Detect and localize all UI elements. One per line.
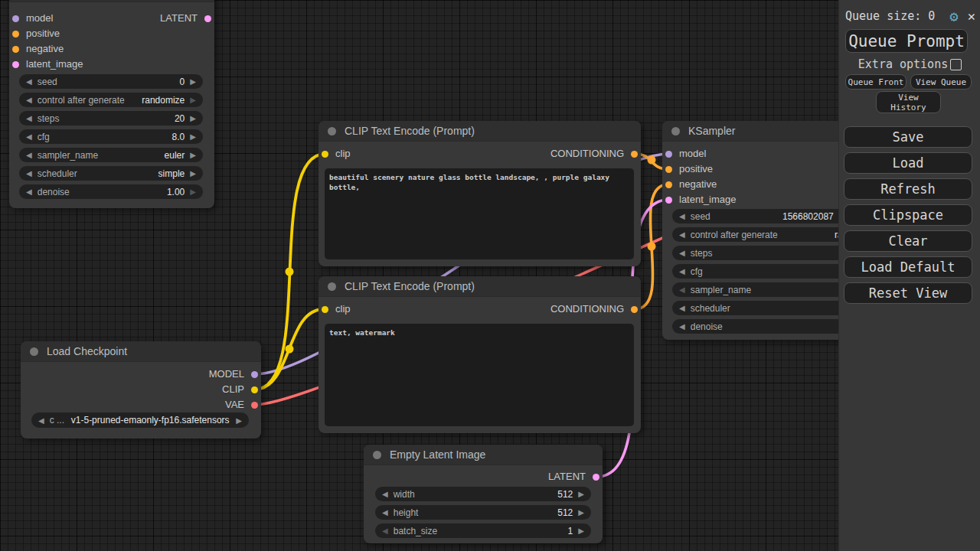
conditioning-slot-icon[interactable]	[12, 31, 19, 37]
node-clip-text-encode-positive[interactable]: CLIP Text Encode (Prompt) clip CONDITION…	[318, 121, 641, 266]
load-default-button[interactable]: Load Default	[844, 256, 972, 278]
increment-arrow-icon[interactable]: ▶	[578, 505, 584, 520]
increment-arrow-icon[interactable]: ▶	[190, 129, 196, 144]
decrement-arrow-icon[interactable]: ◀	[679, 209, 685, 223]
latent-slot-icon[interactable]	[204, 15, 211, 22]
clip-slot-icon[interactable]	[322, 306, 328, 313]
widget-denoise[interactable]: ◀denoise1.00▶	[19, 184, 203, 199]
node-title-bar[interactable]: CLIP Text Encode (Prompt)	[318, 121, 641, 142]
widget-height[interactable]: ◀height512▶	[375, 505, 591, 520]
node-title-bar[interactable]: Load Checkpoint	[21, 341, 261, 362]
queue-prompt-button[interactable]: Queue Prompt	[845, 29, 968, 53]
decrement-arrow-icon[interactable]: ◀	[26, 111, 32, 126]
node-load-checkpoint[interactable]: Load Checkpoint MODEL CLIP VAE ◀c ...v1-…	[21, 341, 261, 439]
decrement-arrow-icon[interactable]: ◀	[26, 74, 32, 89]
model-slot-icon[interactable]	[665, 151, 672, 158]
output-slot-vae[interactable]: VAE	[225, 397, 258, 412]
clip-slot-icon[interactable]	[322, 151, 328, 158]
negative-prompt-textarea[interactable]: text, watermark	[325, 324, 634, 426]
positive-prompt-textarea[interactable]: beautiful scenery nature glass bottle la…	[325, 168, 634, 259]
close-icon[interactable]: ✕	[968, 8, 975, 24]
settings-gear-icon[interactable]: ⚙	[949, 8, 958, 24]
collapse-dot-icon[interactable]	[671, 127, 680, 135]
decrement-arrow-icon[interactable]: ◀	[679, 282, 685, 297]
node-title-bar[interactable]: CLIP Text Encode (Prompt)	[318, 276, 641, 297]
widget-control-after-generate[interactable]: ◀control after generaterandomize▶	[19, 93, 203, 107]
increment-arrow-icon[interactable]: ▶	[578, 523, 584, 538]
increment-arrow-icon[interactable]: ▶	[190, 111, 196, 126]
widget-width[interactable]: ◀width512▶	[375, 487, 591, 501]
increment-arrow-icon[interactable]: ▶	[190, 93, 196, 107]
decrement-arrow-icon[interactable]: ◀	[38, 413, 44, 428]
widget-sampler-name[interactable]: ◀sampler_nameeuler▶	[19, 148, 203, 162]
increment-arrow-icon[interactable]: ▶	[190, 148, 196, 162]
latent-slot-icon[interactable]	[12, 61, 19, 68]
decrement-arrow-icon[interactable]: ◀	[679, 246, 685, 260]
increment-arrow-icon[interactable]: ▶	[190, 74, 196, 89]
decrement-arrow-icon[interactable]: ◀	[679, 301, 685, 315]
conditioning-slot-icon[interactable]	[12, 46, 19, 53]
widget-batch-size[interactable]: ◀batch_size1▶	[375, 523, 591, 538]
decrement-arrow-icon[interactable]: ◀	[26, 129, 32, 144]
clipspace-button[interactable]: Clipspace	[844, 204, 972, 226]
input-slot-model[interactable]: model	[12, 11, 53, 26]
save-button[interactable]: Save	[844, 126, 972, 148]
view-queue-button[interactable]: View Queue	[910, 74, 972, 90]
widget-ckpt-name[interactable]: ◀c ...v1-5-pruned-emaonly-fp16.safetenso…	[31, 412, 249, 428]
conditioning-slot-icon[interactable]	[665, 181, 672, 188]
output-slot-model[interactable]: MODEL	[209, 367, 258, 382]
node-empty-latent-image[interactable]: Empty Latent Image LATENT ◀width512▶ ◀he…	[364, 445, 603, 543]
input-slot-latent-image[interactable]: latent_image	[665, 192, 736, 207]
model-slot-icon[interactable]	[12, 15, 19, 22]
node-title-bar[interactable]: Empty Latent Image	[364, 445, 603, 465]
refresh-button[interactable]: Refresh	[844, 178, 972, 200]
decrement-arrow-icon[interactable]: ◀	[679, 319, 685, 334]
conditioning-slot-icon[interactable]	[631, 306, 638, 313]
increment-arrow-icon[interactable]: ▶	[190, 184, 196, 199]
decrement-arrow-icon[interactable]: ◀	[679, 264, 685, 279]
vae-slot-icon[interactable]	[251, 402, 258, 409]
output-slot-conditioning[interactable]: CONDITIONING	[550, 302, 638, 317]
collapse-dot-icon[interactable]	[30, 347, 38, 356]
collapse-dot-icon[interactable]	[328, 282, 336, 291]
increment-arrow-icon[interactable]: ▶	[190, 166, 196, 181]
node-title-bar[interactable]: KSampler	[9, 0, 214, 2]
input-slot-clip[interactable]: clip	[322, 146, 351, 161]
output-slot-latent[interactable]: LATENT	[160, 11, 211, 26]
decrement-arrow-icon[interactable]: ◀	[382, 505, 388, 520]
conditioning-slot-icon[interactable]	[631, 151, 638, 158]
decrement-arrow-icon[interactable]: ◀	[382, 523, 388, 538]
collapse-dot-icon[interactable]	[373, 451, 381, 459]
reset-view-button[interactable]: Reset View	[844, 282, 972, 304]
model-slot-icon[interactable]	[251, 371, 258, 378]
input-slot-clip[interactable]: clip	[322, 302, 351, 317]
increment-arrow-icon[interactable]: ▶	[578, 487, 584, 501]
input-slot-latent-image[interactable]: latent_image	[12, 57, 83, 72]
collapse-dot-icon[interactable]	[328, 127, 336, 135]
decrement-arrow-icon[interactable]: ◀	[26, 184, 32, 199]
input-slot-positive[interactable]: positive	[12, 26, 60, 41]
clear-button[interactable]: Clear	[844, 230, 972, 252]
decrement-arrow-icon[interactable]: ◀	[26, 93, 32, 107]
latent-slot-icon[interactable]	[593, 474, 599, 481]
node-ksampler-left[interactable]: KSampler model positive negative latent_…	[9, 0, 214, 208]
queue-front-button[interactable]: Queue Front	[845, 74, 906, 90]
view-history-button[interactable]: View History	[876, 91, 941, 113]
decrement-arrow-icon[interactable]: ◀	[26, 148, 32, 162]
output-slot-latent[interactable]: LATENT	[548, 469, 599, 484]
load-button[interactable]: Load	[844, 152, 972, 174]
input-slot-model[interactable]: model	[665, 146, 706, 161]
increment-arrow-icon[interactable]: ▶	[236, 413, 242, 428]
clip-slot-icon[interactable]	[251, 386, 258, 393]
latent-slot-icon[interactable]	[665, 197, 672, 204]
output-slot-conditioning[interactable]: CONDITIONING	[550, 146, 638, 161]
widget-seed[interactable]: ◀seed0▶	[19, 74, 203, 89]
output-slot-clip[interactable]: CLIP	[222, 382, 258, 397]
input-slot-negative[interactable]: negative	[665, 177, 717, 192]
input-slot-positive[interactable]: positive	[665, 161, 713, 177]
widget-cfg[interactable]: ◀cfg8.0▶	[19, 129, 203, 144]
extra-options-checkbox[interactable]	[950, 59, 962, 70]
conditioning-slot-icon[interactable]	[665, 166, 672, 173]
input-slot-negative[interactable]: negative	[12, 41, 64, 57]
widget-scheduler[interactable]: ◀schedulersimple▶	[19, 166, 203, 181]
